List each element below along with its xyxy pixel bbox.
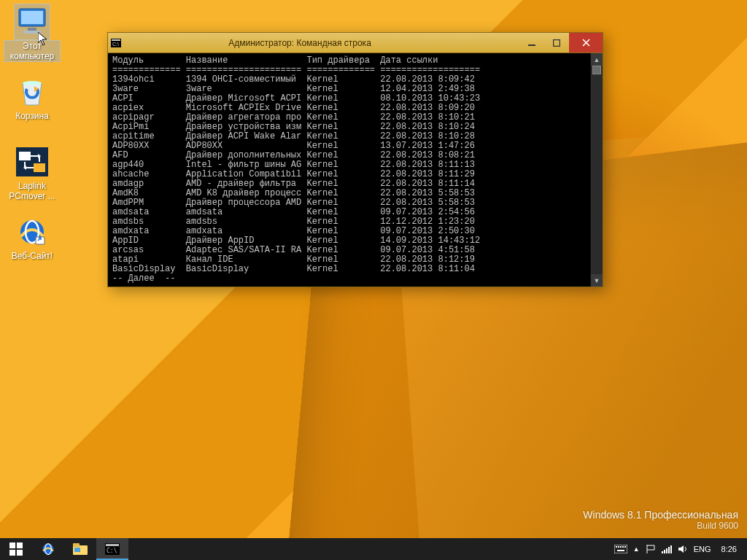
- this-pc-icon: [15, 4, 50, 39]
- svg-rect-23: [73, 543, 80, 547]
- cmd-output: Модуль Название Тип драйвера Дата ссылки…: [108, 53, 590, 287]
- volume-icon[interactable]: [678, 538, 688, 560]
- tray-chevron-icon[interactable]: ▲: [633, 538, 640, 560]
- svg-rect-1: [21, 11, 43, 24]
- svg-text:C:\: C:\: [107, 548, 117, 554]
- svg-rect-32: [622, 546, 624, 548]
- svg-rect-28: [614, 545, 627, 553]
- svg-rect-7: [34, 163, 45, 172]
- cmd-titlebar[interactable]: C:\ Администратор: Командная строка: [108, 33, 603, 53]
- scroll-down-icon[interactable]: ▼: [591, 274, 603, 287]
- svg-rect-15: [554, 39, 560, 46]
- watermark-line1: Windows 8.1 Профессиональная: [583, 509, 738, 521]
- svg-rect-12: [112, 39, 120, 41]
- keyboard-icon[interactable]: [614, 538, 627, 560]
- watermark-line2: Build 9600: [583, 521, 738, 531]
- taskbar-cmd[interactable]: C:\: [96, 538, 128, 560]
- system-tray[interactable]: ▲ ENG 8:26: [608, 538, 747, 560]
- svg-rect-31: [620, 546, 622, 548]
- desktop-icon-ie-link[interactable]: Веб-Сайт!: [4, 214, 60, 261]
- svg-rect-2: [28, 28, 36, 31]
- maximize-button[interactable]: [544, 33, 569, 52]
- svg-rect-38: [668, 547, 670, 553]
- scroll-thumb[interactable]: [592, 66, 601, 74]
- svg-rect-36: [664, 550, 665, 553]
- desktop-icon-label: Веб-Сайт!: [4, 251, 60, 261]
- minimize-button[interactable]: [519, 33, 544, 52]
- close-button[interactable]: [569, 33, 603, 52]
- svg-rect-30: [618, 546, 619, 548]
- cmd-body: Модуль Название Тип драйвера Дата ссылки…: [108, 53, 603, 287]
- desktop-icon-label: Корзина: [4, 111, 60, 121]
- svg-rect-14: [528, 44, 535, 46]
- svg-rect-17: [17, 542, 23, 548]
- svg-rect-29: [616, 546, 617, 548]
- svg-rect-19: [17, 550, 23, 556]
- taskbar-ie[interactable]: [32, 538, 64, 560]
- desktop-icon-label: Этоткомпьютер: [4, 41, 60, 61]
- desktop-icon-pcmover[interactable]: LaplinkPCmover ...: [4, 144, 60, 201]
- clock[interactable]: 8:26: [717, 538, 741, 560]
- cmd-scrollbar[interactable]: ▲ ▼: [590, 53, 603, 287]
- start-button[interactable]: [0, 538, 32, 560]
- svg-rect-33: [624, 546, 626, 548]
- cmd-title-icon: C:\: [108, 39, 124, 47]
- windows-watermark: Windows 8.1 Профессиональная Build 9600: [583, 509, 738, 531]
- svg-rect-18: [9, 550, 15, 556]
- desktop-icon-recycle[interactable]: Корзина: [4, 74, 60, 121]
- svg-rect-35: [662, 551, 663, 553]
- flag-icon[interactable]: [646, 538, 656, 560]
- svg-rect-16: [9, 542, 15, 548]
- desktop-icon-this-pc[interactable]: Этоткомпьютер: [4, 4, 60, 61]
- desktop-icon-label: LaplinkPCmover ...: [4, 181, 60, 201]
- network-icon[interactable]: [662, 538, 672, 560]
- pcmover-icon: [15, 144, 50, 179]
- svg-rect-3: [23, 31, 41, 34]
- svg-text:C:\: C:\: [112, 42, 119, 47]
- svg-rect-26: [106, 544, 119, 546]
- svg-point-4: [23, 81, 42, 85]
- taskbar[interactable]: C:\ ▲ ENG 8:26: [0, 538, 747, 560]
- svg-rect-24: [74, 548, 80, 552]
- scroll-up-icon[interactable]: ▲: [591, 53, 603, 66]
- cmd-title-text: Администратор: Командная строка: [124, 38, 519, 48]
- language-indicator[interactable]: ENG: [694, 538, 711, 560]
- svg-rect-34: [617, 550, 624, 551]
- taskbar-explorer[interactable]: [64, 538, 96, 560]
- svg-rect-37: [666, 548, 667, 553]
- ie-link-icon: [15, 214, 50, 249]
- svg-rect-6: [19, 152, 31, 160]
- svg-rect-39: [670, 545, 672, 553]
- recycle-icon: [15, 74, 50, 109]
- cmd-window[interactable]: C:\ Администратор: Командная строка Моду…: [107, 32, 603, 287]
